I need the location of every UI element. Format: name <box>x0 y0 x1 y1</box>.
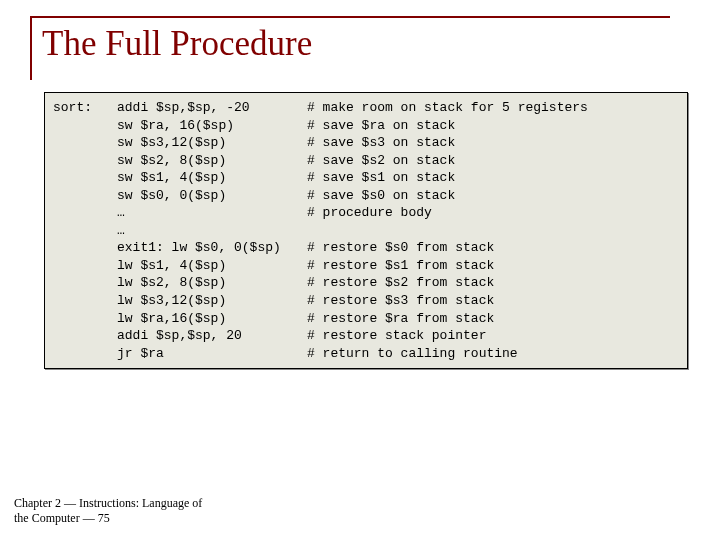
code-instruction: sw $s2, 8($sp) <box>117 152 307 170</box>
code-row: sw $s2, 8($sp)# save $s2 on stack <box>53 152 679 170</box>
code-instruction: … <box>117 204 307 222</box>
code-label <box>53 239 117 257</box>
code-comment: # return to calling routine <box>307 345 679 363</box>
title-block: The Full Procedure <box>26 16 690 64</box>
code-label <box>53 169 117 187</box>
code-instruction: lw $s1, 4($sp) <box>117 257 307 275</box>
code-comment: # save $ra on stack <box>307 117 679 135</box>
code-label <box>53 152 117 170</box>
code-row: … <box>53 222 679 240</box>
code-comment: # restore $ra from stack <box>307 310 679 328</box>
code-instruction: addi $sp,$sp, 20 <box>117 327 307 345</box>
code-comment: # restore $s1 from stack <box>307 257 679 275</box>
slide-footer: Chapter 2 — Instructions: Language of th… <box>14 496 204 526</box>
code-row: addi $sp,$sp, 20# restore stack pointer <box>53 327 679 345</box>
slide: The Full Procedure sort:addi $sp,$sp, -2… <box>0 0 720 540</box>
code-instruction: jr $ra <box>117 345 307 363</box>
code-row: lw $ra,16($sp)# restore $ra from stack <box>53 310 679 328</box>
code-instruction: … <box>117 222 307 240</box>
code-comment: # restore stack pointer <box>307 327 679 345</box>
code-comment <box>307 222 679 240</box>
code-instruction: sw $ra, 16($sp) <box>117 117 307 135</box>
code-row: sw $s0, 0($sp)# save $s0 on stack <box>53 187 679 205</box>
code-instruction: lw $s2, 8($sp) <box>117 274 307 292</box>
code-label <box>53 222 117 240</box>
code-instruction: addi $sp,$sp, -20 <box>117 99 307 117</box>
code-comment: # procedure body <box>307 204 679 222</box>
code-row: exit1: lw $s0, 0($sp)# restore $s0 from … <box>53 239 679 257</box>
code-comment: # make room on stack for 5 registers <box>307 99 679 117</box>
code-listing: sort:addi $sp,$sp, -20# make room on sta… <box>44 92 688 369</box>
code-instruction: lw $ra,16($sp) <box>117 310 307 328</box>
code-comment: # save $s0 on stack <box>307 187 679 205</box>
page-title: The Full Procedure <box>42 24 690 64</box>
code-label <box>53 274 117 292</box>
code-row: jr $ra# return to calling routine <box>53 345 679 363</box>
code-label: sort: <box>53 99 117 117</box>
code-comment: # save $s3 on stack <box>307 134 679 152</box>
code-comment: # restore $s2 from stack <box>307 274 679 292</box>
code-row: lw $s2, 8($sp)# restore $s2 from stack <box>53 274 679 292</box>
code-row: sw $s1, 4($sp)# save $s1 on stack <box>53 169 679 187</box>
code-label <box>53 117 117 135</box>
code-instruction: sw $s0, 0($sp) <box>117 187 307 205</box>
code-instruction: sw $s3,12($sp) <box>117 134 307 152</box>
code-label <box>53 327 117 345</box>
code-label <box>53 345 117 363</box>
code-label <box>53 292 117 310</box>
code-label <box>53 187 117 205</box>
code-instruction: sw $s1, 4($sp) <box>117 169 307 187</box>
code-label <box>53 257 117 275</box>
code-instruction: lw $s3,12($sp) <box>117 292 307 310</box>
code-row: sw $ra, 16($sp)# save $ra on stack <box>53 117 679 135</box>
title-rule <box>30 16 670 18</box>
code-comment: # save $s1 on stack <box>307 169 679 187</box>
code-row: …# procedure body <box>53 204 679 222</box>
code-row: lw $s3,12($sp)# restore $s3 from stack <box>53 292 679 310</box>
code-row: sort:addi $sp,$sp, -20# make room on sta… <box>53 99 679 117</box>
code-comment: # save $s2 on stack <box>307 152 679 170</box>
code-instruction: exit1: lw $s0, 0($sp) <box>117 239 307 257</box>
code-label <box>53 310 117 328</box>
title-rule-left <box>30 16 32 80</box>
code-row: lw $s1, 4($sp)# restore $s1 from stack <box>53 257 679 275</box>
code-comment: # restore $s3 from stack <box>307 292 679 310</box>
code-label <box>53 204 117 222</box>
code-row: sw $s3,12($sp)# save $s3 on stack <box>53 134 679 152</box>
code-label <box>53 134 117 152</box>
code-comment: # restore $s0 from stack <box>307 239 679 257</box>
